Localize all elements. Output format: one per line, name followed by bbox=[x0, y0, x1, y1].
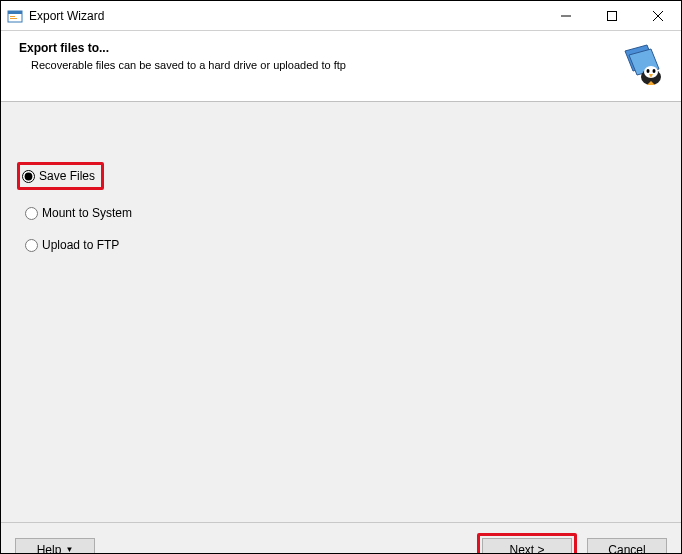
next-button-highlight: Next > bbox=[477, 533, 577, 555]
option-save-files-label: Save Files bbox=[39, 169, 95, 183]
wizard-header: Export files to... Recoverable files can… bbox=[1, 31, 681, 102]
cancel-button[interactable]: Cancel bbox=[587, 538, 667, 555]
svg-point-13 bbox=[653, 69, 656, 73]
maximize-button[interactable] bbox=[589, 1, 635, 30]
option-save-files[interactable]: Save Files bbox=[17, 162, 104, 190]
minimize-button[interactable] bbox=[543, 1, 589, 30]
titlebar: Export Wizard bbox=[1, 1, 681, 31]
wizard-icon bbox=[617, 41, 665, 89]
svg-rect-2 bbox=[10, 16, 15, 17]
option-mount-system[interactable]: Mount to System bbox=[21, 204, 136, 222]
svg-rect-1 bbox=[8, 11, 22, 14]
header-text: Export files to... Recoverable files can… bbox=[19, 41, 346, 71]
help-button-label: Help bbox=[37, 543, 62, 555]
export-options-group: Save Files Mount to System Upload to FTP bbox=[21, 162, 661, 254]
window-controls bbox=[543, 1, 681, 30]
wizard-content: Save Files Mount to System Upload to FTP bbox=[1, 102, 681, 522]
option-upload-ftp-label: Upload to FTP bbox=[42, 238, 119, 252]
help-button[interactable]: Help ▼ bbox=[15, 538, 95, 555]
header-subtitle: Recoverable files can be saved to a hard… bbox=[19, 59, 346, 71]
header-title: Export files to... bbox=[19, 41, 346, 55]
chevron-down-icon: ▼ bbox=[65, 545, 73, 554]
window-title: Export Wizard bbox=[29, 9, 543, 23]
option-upload-ftp[interactable]: Upload to FTP bbox=[21, 236, 123, 254]
next-button-label: Next > bbox=[509, 543, 544, 555]
radio-save-files[interactable] bbox=[22, 170, 35, 183]
radio-mount-system[interactable] bbox=[25, 207, 38, 220]
wizard-footer: Help ▼ Next > Cancel bbox=[1, 522, 681, 554]
app-icon bbox=[7, 8, 23, 24]
option-mount-system-label: Mount to System bbox=[42, 206, 132, 220]
cancel-button-label: Cancel bbox=[608, 543, 645, 555]
radio-upload-ftp[interactable] bbox=[25, 239, 38, 252]
close-button[interactable] bbox=[635, 1, 681, 30]
next-button[interactable]: Next > bbox=[482, 538, 572, 555]
svg-rect-3 bbox=[10, 18, 17, 19]
svg-point-12 bbox=[647, 69, 650, 73]
svg-rect-5 bbox=[608, 11, 617, 20]
